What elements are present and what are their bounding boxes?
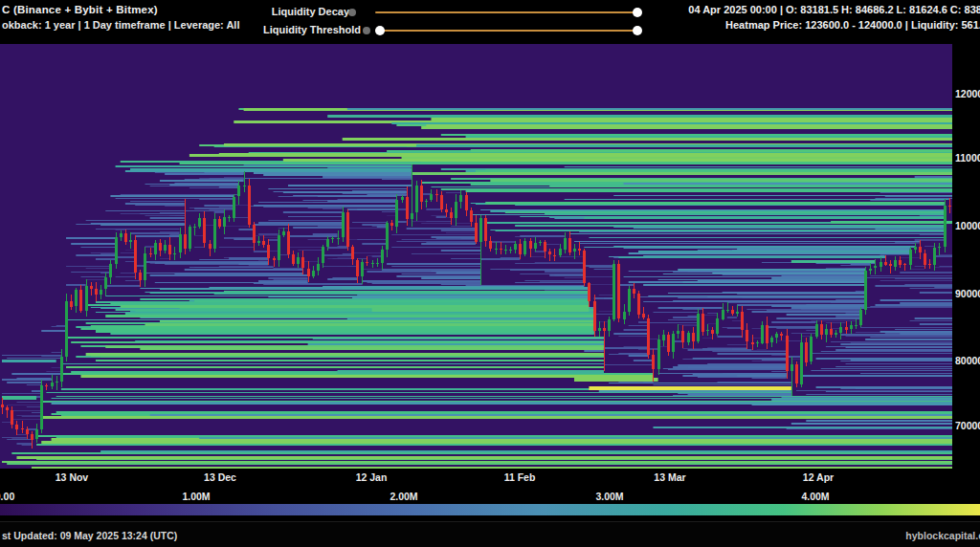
- colorbar-scale-labels: 0.001.00M2.00M3.00M4.00M: [0, 488, 980, 504]
- info-icon[interactable]: [348, 9, 356, 16]
- slider-handle[interactable]: [633, 26, 642, 35]
- colorbar-tick-label: 1.00M: [182, 491, 210, 502]
- heatmap-price-readout: Heatmap Price: 123600.0 - 124000.0 | Liq…: [688, 19, 980, 31]
- colorbar-tick-label: 0.00: [0, 491, 14, 502]
- brand-label: hyblockcapital.c: [905, 530, 980, 541]
- liquidation-heatmap-canvas[interactable]: [0, 44, 952, 469]
- date-tick-label: 13 Mar: [654, 471, 685, 483]
- slider-label: Liquidity Decay: [272, 6, 349, 17]
- date-tick-label: 13 Nov: [56, 471, 88, 483]
- price-tick-label: 70000: [955, 420, 980, 431]
- date-axis: 13 Nov13 Dec12 Jan11 Feb13 Mar12 Apr: [0, 469, 980, 486]
- colorbar-tick-label: 2.00M: [390, 491, 417, 502]
- ohlc-readout-block: 04 Apr 2025 00:00 | O: 83181.5 H: 84686.…: [688, 4, 980, 31]
- slider-track[interactable]: [375, 11, 638, 13]
- price-tick-label: 90000: [955, 288, 980, 299]
- slider-label: Liquidity Threshold: [263, 24, 361, 35]
- info-icon[interactable]: [363, 27, 370, 34]
- last-updated-label: st Updated: 09 May 2025 13:24 (UTC): [2, 530, 177, 541]
- app-window: C (Binance + Bybit + Bitmex) okback: 1 y…: [0, 0, 980, 547]
- top-bar: C (Binance + Bybit + Bitmex) okback: 1 y…: [0, 0, 980, 44]
- liquidity-colorbar: [0, 504, 980, 515]
- chart-area: 120000110000100000900008000070000: [0, 44, 980, 469]
- date-tick-label: 12 Apr: [803, 471, 834, 483]
- price-tick-label: 80000: [955, 355, 980, 366]
- date-tick-label: 12 Jan: [356, 471, 388, 483]
- colorbar-tick-label: 4.00M: [801, 491, 829, 502]
- price-tick-label: 110000: [955, 152, 980, 164]
- slider-handle[interactable]: [633, 8, 642, 17]
- ohlc-readout: 04 Apr 2025 00:00 | O: 83181.5 H: 84686.…: [688, 4, 980, 15]
- date-tick-label: 11 Feb: [504, 471, 536, 483]
- slider-track[interactable]: [375, 30, 638, 32]
- slider-handle[interactable]: [375, 26, 385, 35]
- colorbar-tick-label: 3.00M: [595, 491, 623, 502]
- price-axis: 120000110000100000900008000070000: [952, 44, 980, 469]
- price-tick-label: 120000: [955, 88, 980, 99]
- price-tick-label: 100000: [955, 220, 980, 231]
- footer-bar: st Updated: 09 May 2025 13:24 (UTC) hybl…: [0, 521, 980, 547]
- date-tick-label: 13 Dec: [204, 471, 236, 483]
